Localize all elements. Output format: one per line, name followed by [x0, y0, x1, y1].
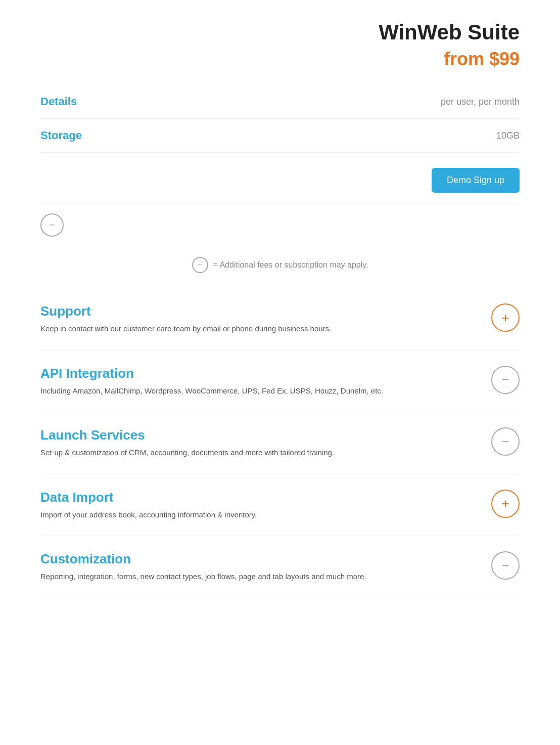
demo-btn-row: Demo Sign up: [40, 153, 520, 203]
feature-section-api-integration: API IntegrationIncluding Amazon, MailChi…: [40, 350, 520, 413]
feature-desc-data-import: Import of your address book, accounting …: [40, 509, 471, 521]
feature-text-support: SupportKeep in contact with our customer…: [40, 303, 491, 335]
feature-icon-support[interactable]: +: [491, 303, 520, 332]
storage-label: Storage: [40, 129, 82, 142]
feature-desc-launch-services: Set-up & customization of CRM, accountin…: [40, 447, 471, 459]
feature-title-support: Support: [40, 303, 471, 319]
feature-icon-launch-services[interactable]: −: [491, 427, 520, 456]
product-price: from $99: [40, 49, 520, 70]
legend-minus-icon: −: [192, 257, 208, 273]
demo-signup-button[interactable]: Demo Sign up: [432, 168, 520, 193]
feature-desc-api-integration: Including Amazon, MailChimp, Wordpress, …: [40, 385, 471, 397]
feature-title-customization: Customization: [40, 551, 471, 567]
feature-text-api-integration: API IntegrationIncluding Amazon, MailChi…: [40, 366, 491, 397]
feature-section-data-import: Data ImportImport of your address book, …: [40, 474, 520, 537]
divider-minus-icon: −: [40, 213, 64, 237]
details-row: Details per user, per month: [40, 85, 520, 119]
feature-desc-support: Keep in contact with our customer care t…: [40, 323, 471, 335]
storage-row: Storage 10GB: [40, 119, 520, 153]
feature-text-launch-services: Launch ServicesSet-up & customization of…: [40, 427, 491, 459]
feature-icon-api-integration[interactable]: −: [491, 366, 520, 394]
divider-row: −: [40, 203, 520, 247]
feature-desc-customization: Reporting, integration, forms, new conta…: [40, 571, 471, 583]
details-label: Details: [40, 95, 77, 108]
feature-text-customization: CustomizationReporting, integration, for…: [40, 551, 491, 583]
features-container: SupportKeep in contact with our customer…: [40, 288, 520, 598]
feature-title-data-import: Data Import: [40, 490, 471, 505]
details-value: per user, per month: [441, 97, 520, 107]
feature-icon-customization[interactable]: −: [491, 551, 520, 580]
feature-section-support: SupportKeep in contact with our customer…: [40, 288, 520, 350]
feature-text-data-import: Data ImportImport of your address book, …: [40, 490, 491, 521]
legend-row: − = Additional fees or subscription may …: [40, 252, 520, 288]
feature-icon-data-import[interactable]: +: [491, 490, 520, 518]
legend-text: = Additional fees or subscription may ap…: [213, 260, 368, 270]
header-section: WinWeb Suite from $99: [40, 20, 520, 70]
feature-section-launch-services: Launch ServicesSet-up & customization of…: [40, 412, 520, 474]
storage-value: 10GB: [496, 130, 520, 141]
feature-section-customization: CustomizationReporting, integration, for…: [40, 536, 520, 598]
product-title: WinWeb Suite: [40, 20, 520, 45]
page-container: WinWeb Suite from $99 Details per user, …: [0, 0, 560, 619]
feature-title-launch-services: Launch Services: [40, 427, 471, 443]
feature-title-api-integration: API Integration: [40, 366, 471, 381]
